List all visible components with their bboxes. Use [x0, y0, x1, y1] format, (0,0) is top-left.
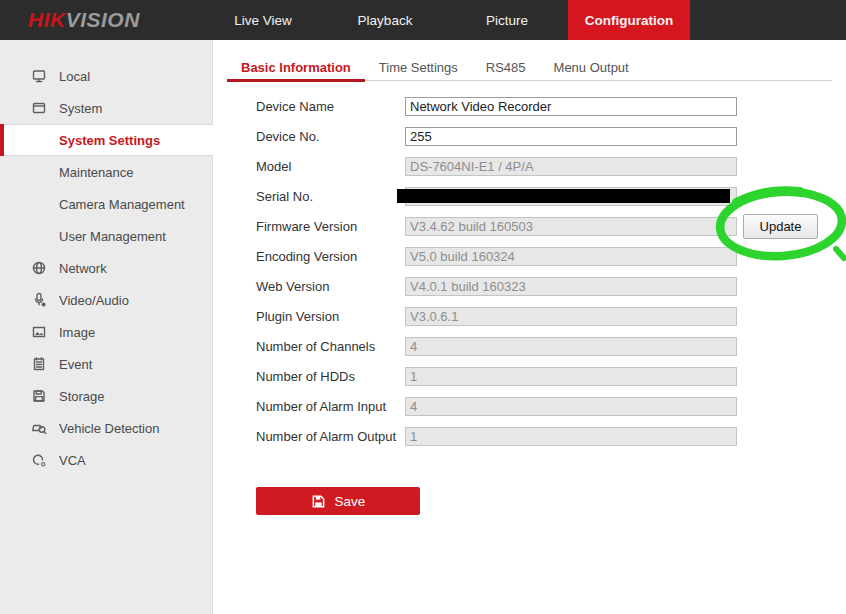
monitor-icon	[30, 68, 47, 84]
sidebar-item-label: Image	[59, 325, 95, 340]
basic-information-form: Device Name Device No. Model Serial No.	[256, 91, 846, 515]
web-version-field	[405, 277, 737, 296]
form-row: Number of Channels	[256, 331, 846, 361]
nav-configuration[interactable]: Configuration	[568, 0, 690, 40]
sidebar-item-system[interactable]: System	[0, 92, 212, 124]
hikvision-logo: HIKVISION	[0, 0, 202, 40]
system-window-icon	[30, 100, 47, 116]
update-button[interactable]: Update	[743, 214, 818, 239]
number-of-alarm-input-label: Number of Alarm Input	[256, 399, 405, 414]
hikvision-config-page: HIKVISION Live View Playback Picture Con…	[0, 0, 846, 614]
form-row: Device Name	[256, 91, 846, 121]
form-row: Number of Alarm Output	[256, 421, 846, 451]
sidebar-item-label: VCA	[59, 453, 86, 468]
form-row: Encoding Version	[256, 241, 846, 271]
microphone-icon	[30, 292, 47, 308]
tab-basic-information[interactable]: Basic Information	[227, 55, 365, 80]
form-row: Serial No.	[256, 181, 846, 211]
nav-picture[interactable]: Picture	[446, 0, 568, 40]
number-of-hdds-label: Number of HDDs	[256, 369, 405, 384]
sidebar-item-local[interactable]: Local	[0, 60, 212, 92]
nav-playback[interactable]: Playback	[324, 0, 446, 40]
logo-vision-text: VISION	[66, 8, 140, 32]
device-no-field[interactable]	[405, 127, 737, 146]
number-of-hdds-field	[405, 367, 737, 386]
sidebar-item-label: User Management	[59, 229, 166, 244]
form-row: Device No.	[256, 121, 846, 151]
sidebar-item-label: Video/Audio	[59, 293, 129, 308]
sidebar-item-vca[interactable]: VCA	[0, 444, 212, 476]
form-row: Firmware Version Update	[256, 211, 846, 241]
settings-tab-bar: Basic Information Time Settings RS485 Me…	[227, 55, 832, 81]
number-of-alarm-output-label: Number of Alarm Output	[256, 429, 405, 444]
top-navigation: Live View Playback Picture Configuration	[202, 0, 690, 40]
event-list-icon	[30, 356, 47, 372]
device-name-field[interactable]	[405, 97, 737, 116]
web-version-label: Web Version	[256, 279, 405, 294]
sidebar-item-system-settings[interactable]: System Settings	[0, 124, 214, 156]
sidebar-item-vehicle-detection[interactable]: Vehicle Detection	[0, 412, 212, 444]
sidebar-item-event[interactable]: Event	[0, 348, 212, 380]
model-label: Model	[256, 159, 405, 174]
globe-icon	[30, 260, 47, 276]
encoding-version-field	[405, 247, 737, 266]
sidebar-item-maintenance[interactable]: Maintenance	[0, 156, 212, 188]
tab-time-settings[interactable]: Time Settings	[365, 55, 472, 80]
save-floppy-icon	[311, 494, 326, 509]
main-content: Basic Information Time Settings RS485 Me…	[213, 40, 846, 614]
device-no-label: Device No.	[256, 129, 405, 144]
form-row: Number of HDDs	[256, 361, 846, 391]
plugin-version-label: Plugin Version	[256, 309, 405, 324]
sidebar-item-label: System	[59, 101, 102, 116]
form-row: Number of Alarm Input	[256, 391, 846, 421]
form-row: Web Version	[256, 271, 846, 301]
serial-no-label: Serial No.	[256, 189, 405, 204]
top-bar: HIKVISION Live View Playback Picture Con…	[0, 0, 846, 40]
sidebar-item-label: Network	[59, 261, 107, 276]
device-name-label: Device Name	[256, 99, 405, 114]
plugin-version-field	[405, 307, 737, 326]
encoding-version-label: Encoding Version	[256, 249, 405, 264]
save-button[interactable]: Save	[256, 487, 420, 515]
tab-rs485[interactable]: RS485	[472, 55, 540, 80]
vca-icon	[30, 452, 47, 468]
number-of-alarm-input-field	[405, 397, 737, 416]
number-of-channels-label: Number of Channels	[256, 339, 405, 354]
sidebar-item-label: Camera Management	[59, 197, 185, 212]
sidebar-item-user-management[interactable]: User Management	[0, 220, 212, 252]
vehicle-search-icon	[30, 420, 47, 436]
form-row: Plugin Version	[256, 301, 846, 331]
number-of-channels-field	[405, 337, 737, 356]
sidebar-item-label: Maintenance	[59, 165, 133, 180]
sidebar-item-storage[interactable]: Storage	[0, 380, 212, 412]
model-field	[405, 157, 737, 176]
sidebar-item-image[interactable]: Image	[0, 316, 212, 348]
nav-live-view[interactable]: Live View	[202, 0, 324, 40]
tab-menu-output[interactable]: Menu Output	[540, 55, 643, 80]
sidebar-item-label: Event	[59, 357, 92, 372]
save-button-label: Save	[335, 494, 366, 509]
firmware-version-field	[405, 217, 737, 236]
storage-disk-icon	[30, 388, 47, 404]
sidebar-item-label: Local	[59, 69, 90, 84]
serial-redaction-bar	[397, 189, 730, 203]
form-row: Model	[256, 151, 846, 181]
firmware-version-label: Firmware Version	[256, 219, 405, 234]
number-of-alarm-output-field	[405, 427, 737, 446]
sidebar-item-network[interactable]: Network	[0, 252, 212, 284]
sidebar-item-label: System Settings	[59, 133, 160, 148]
sidebar-item-label: Storage	[59, 389, 105, 404]
sidebar-item-label: Vehicle Detection	[59, 421, 159, 436]
sidebar-item-camera-management[interactable]: Camera Management	[0, 188, 212, 220]
image-icon	[30, 324, 47, 340]
logo-hik-text: HIK	[28, 8, 66, 32]
sidebar-item-video-audio[interactable]: Video/Audio	[0, 284, 212, 316]
sidebar: Local System System Settings Maintenance…	[0, 40, 213, 614]
